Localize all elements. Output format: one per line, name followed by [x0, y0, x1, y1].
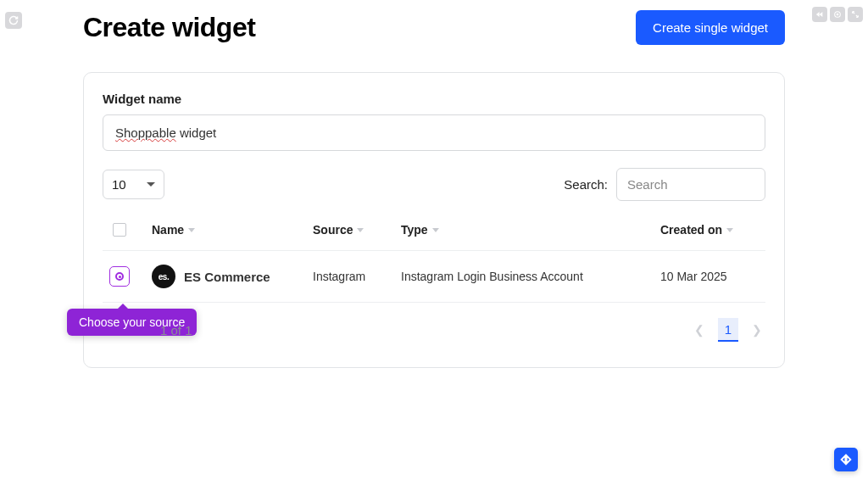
column-source[interactable]: Source: [313, 223, 401, 237]
page-number[interactable]: 1: [718, 318, 738, 342]
widget-name-label: Widget name: [103, 92, 765, 106]
sort-caret-icon: [188, 228, 195, 232]
column-name[interactable]: Name: [152, 223, 313, 237]
table-row[interactable]: Choose your source es. ES Commerce Insta…: [103, 251, 765, 303]
page-size-select[interactable]: 10: [103, 170, 164, 199]
column-created[interactable]: Created on: [660, 223, 762, 237]
row-type: Instagram Login Business Account: [401, 270, 660, 283]
refresh-icon: [8, 15, 19, 25]
expand-button[interactable]: [848, 7, 863, 22]
target-icon: [833, 10, 842, 19]
row-name: ES Commerce: [184, 270, 270, 284]
sources-table: Name Source Type Created on Choose your …: [103, 211, 765, 303]
help-fab[interactable]: [834, 448, 858, 471]
svg-point-1: [837, 14, 838, 15]
target-dot-icon: [115, 272, 124, 281]
row-source: Instagram: [313, 270, 401, 283]
page-title: Create widget: [83, 12, 255, 43]
table-header: Name Source Type Created on: [103, 211, 765, 251]
choose-source-indicator[interactable]: [109, 266, 130, 287]
search-label: Search:: [564, 177, 608, 192]
code-icon: [839, 453, 853, 466]
target-button[interactable]: [830, 7, 845, 22]
sort-caret-icon: [432, 228, 439, 232]
widget-name-input[interactable]: Shoppable widget: [103, 114, 765, 151]
page-size-value: 10: [112, 177, 126, 192]
page-next[interactable]: ❯: [748, 320, 765, 340]
page-prev[interactable]: ❮: [691, 320, 708, 340]
create-single-widget-button[interactable]: Create single widget: [636, 10, 785, 45]
avatar: es.: [152, 265, 175, 288]
pagination: ❮ 1 ❯: [691, 318, 765, 342]
refresh-button[interactable]: [5, 12, 22, 29]
sort-caret-icon: [726, 228, 733, 232]
widget-form-card: Widget name Shoppable widget 10 Search: …: [83, 72, 785, 368]
showing-count: 1 of 1: [160, 323, 192, 337]
chevron-down-icon: [147, 182, 155, 187]
expand-icon: [851, 10, 860, 19]
sort-caret-icon: [357, 228, 364, 232]
fastback-button[interactable]: [812, 7, 827, 22]
row-created: 10 Mar 2025: [660, 270, 762, 283]
fastback-icon: [815, 10, 824, 19]
search-input[interactable]: [616, 168, 765, 201]
select-all-checkbox[interactable]: [113, 223, 126, 237]
column-type[interactable]: Type: [401, 223, 660, 237]
